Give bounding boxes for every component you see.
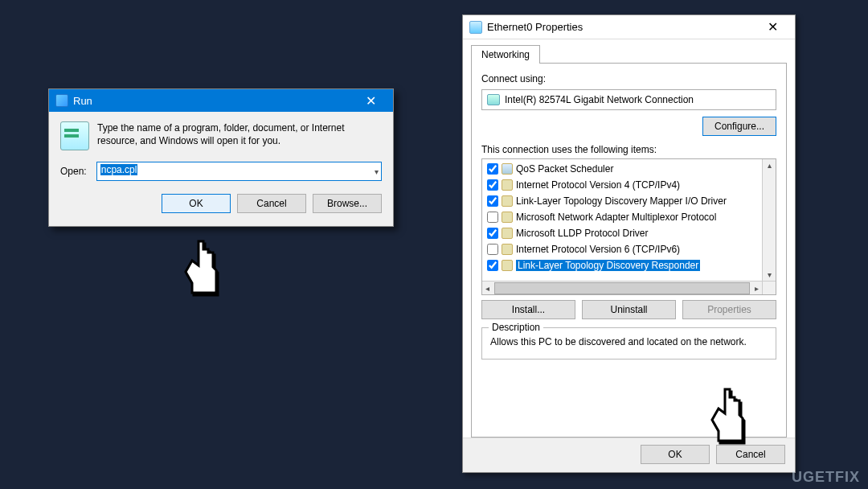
run-title-bar[interactable]: Run ✕: [49, 89, 393, 112]
ethernet-properties-dialog: Ethernet0 Properties ✕ Networking Connec…: [462, 14, 796, 473]
list-item[interactable]: Microsoft LLDP Protocol Driver: [482, 225, 776, 241]
cancel-button[interactable]: Cancel: [716, 445, 785, 464]
cancel-button[interactable]: Cancel: [237, 194, 306, 213]
scroll-left-icon[interactable]: ◂: [482, 284, 493, 293]
item-label: Link-Layer Topology Discovery Responder: [516, 260, 700, 271]
description-group: Description Allows this PC to be discove…: [481, 327, 776, 360]
cursor-icon: [181, 238, 227, 296]
protocol-icon: [502, 179, 513, 191]
connect-using-label: Connect using:: [481, 73, 776, 84]
description-text: Allows this PC to be discovered and loca…: [490, 336, 768, 347]
item-checkbox[interactable]: [487, 228, 498, 239]
list-item[interactable]: Internet Protocol Version 6 (TCP/IPv6): [482, 241, 776, 257]
uninstall-button[interactable]: Uninstall: [582, 300, 676, 319]
protocol-icon: [502, 260, 513, 271]
scroll-thumb[interactable]: [494, 282, 750, 294]
network-icon: [469, 21, 482, 34]
tab-networking[interactable]: Networking: [471, 45, 540, 64]
items-label: This connection uses the following items…: [481, 144, 776, 155]
item-label: Link-Layer Topology Discovery Mapper I/O…: [516, 195, 727, 207]
install-button[interactable]: Install...: [481, 300, 575, 319]
protocol-icon: [502, 228, 513, 239]
run-help-text: Type the name of a program, folder, docu…: [97, 121, 382, 147]
list-item[interactable]: Microsoft Network Adapter Multiplexor Pr…: [482, 209, 776, 225]
protocol-icon: [502, 163, 513, 175]
close-icon[interactable]: ✕: [354, 89, 387, 112]
items-listbox[interactable]: QoS Packet SchedulerInternet Protocol Ve…: [481, 158, 776, 295]
vertical-scrollbar[interactable]: ▴ ▾: [762, 159, 776, 281]
run-dialog: Run ✕ Type the name of a program, folder…: [48, 88, 394, 227]
open-label: Open:: [60, 166, 87, 177]
item-label: Internet Protocol Version 4 (TCP/IPv4): [516, 179, 680, 191]
close-icon[interactable]: ✕: [756, 19, 788, 35]
run-icon: [55, 94, 68, 107]
adapter-icon: [487, 94, 500, 105]
configure-button[interactable]: Configure...: [702, 117, 776, 136]
item-checkbox[interactable]: [487, 260, 498, 271]
horizontal-scrollbar[interactable]: ◂ ▸: [482, 281, 762, 294]
scrollbar-corner: [762, 281, 776, 294]
protocol-icon: [502, 195, 513, 207]
item-label: Microsoft Network Adapter Multiplexor Pr…: [516, 212, 716, 223]
open-combobox[interactable]: ncpa.cpl ▾: [96, 162, 382, 181]
properties-title-bar[interactable]: Ethernet0 Properties ✕: [463, 15, 795, 39]
run-title-text: Run: [73, 95, 92, 107]
watermark: UGETFIX: [792, 469, 860, 486]
ok-button[interactable]: OK: [162, 194, 231, 213]
item-label: Microsoft LLDP Protocol Driver: [516, 228, 649, 239]
item-checkbox[interactable]: [487, 163, 498, 175]
run-app-icon: [60, 121, 89, 150]
scroll-right-icon[interactable]: ▸: [751, 284, 762, 293]
list-item[interactable]: Internet Protocol Version 4 (TCP/IPv4): [482, 177, 776, 193]
ok-button[interactable]: OK: [641, 445, 710, 464]
scroll-down-icon[interactable]: ▾: [768, 269, 772, 281]
item-checkbox[interactable]: [487, 244, 498, 255]
item-checkbox[interactable]: [487, 212, 498, 223]
chevron-down-icon[interactable]: ▾: [375, 167, 379, 176]
protocol-icon: [502, 212, 513, 223]
item-label: Internet Protocol Version 6 (TCP/IPv6): [516, 244, 680, 255]
open-input[interactable]: ncpa.cpl: [96, 162, 382, 181]
item-label: QoS Packet Scheduler: [516, 163, 613, 175]
properties-button: Properties: [682, 300, 776, 319]
browse-button[interactable]: Browse...: [313, 194, 382, 213]
list-item[interactable]: Link-Layer Topology Discovery Mapper I/O…: [482, 193, 776, 209]
dialog-footer: OK Cancel: [463, 438, 795, 472]
tabstrip: Networking: [471, 44, 787, 63]
list-item[interactable]: QoS Packet Scheduler: [482, 161, 776, 177]
run-body: Type the name of a program, folder, docu…: [49, 112, 393, 226]
item-checkbox[interactable]: [487, 195, 498, 207]
item-checkbox[interactable]: [487, 179, 498, 191]
description-legend: Description: [489, 322, 543, 333]
adapter-field: Intel(R) 82574L Gigabit Network Connecti…: [481, 89, 776, 110]
adapter-name: Intel(R) 82574L Gigabit Network Connecti…: [505, 94, 694, 105]
properties-title-text: Ethernet0 Properties: [487, 21, 583, 33]
tabpanel-networking: Connect using: Intel(R) 82574L Gigabit N…: [471, 63, 787, 438]
protocol-icon: [502, 244, 513, 255]
list-item[interactable]: Link-Layer Topology Discovery Responder: [482, 257, 776, 273]
scroll-up-icon[interactable]: ▴: [768, 159, 772, 171]
